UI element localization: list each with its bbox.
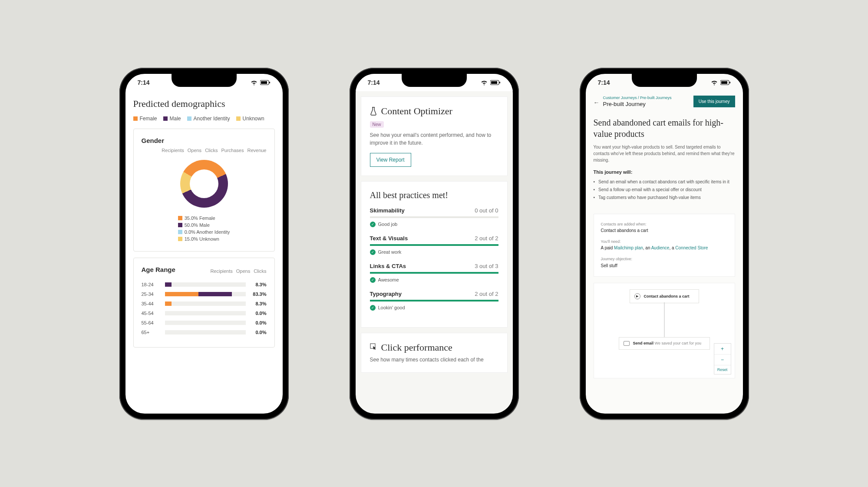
bp-score: 3 out of 3 xyxy=(475,263,498,269)
bp-bar xyxy=(370,216,498,218)
bp-bar xyxy=(370,300,498,301)
bp-name: Text & Visuals xyxy=(370,235,408,242)
age-label: 55-64 xyxy=(142,320,161,325)
age-label: 65+ xyxy=(142,330,161,335)
bp-bar xyxy=(370,272,498,274)
bp-name: Skimmability xyxy=(370,207,405,214)
tab-purchases[interactable]: Purchases xyxy=(221,148,244,153)
new-badge: New xyxy=(370,121,384,128)
age-row: 25-3483.3% xyxy=(142,292,267,297)
age-row: 35-448.3% xyxy=(142,301,267,306)
mailchimp-plan-link[interactable]: Mailchimp plan xyxy=(614,245,643,250)
bp-status: ✓Great work xyxy=(370,249,498,255)
best-practice-row: Skimmability0 out of 0✓Good job xyxy=(370,207,498,227)
svg-rect-2 xyxy=(269,82,270,83)
age-row: 45-540.0% xyxy=(142,311,267,316)
phone-demographics: 7:14 Predicted demographics Female Male … xyxy=(119,68,289,420)
battery-icon xyxy=(260,80,271,85)
click-performance-desc: See how many times contacts clicked each… xyxy=(370,356,498,364)
bp-score: 0 out of 0 xyxy=(475,207,498,214)
age-bar xyxy=(165,311,246,315)
age-value: 0.0% xyxy=(250,311,267,316)
age-bar xyxy=(165,292,246,296)
age-value: 0.0% xyxy=(250,330,267,335)
age-label: 35-44 xyxy=(142,301,161,306)
phone-journey: 7:14 ← Customer Journeys / Pre-built Jou… xyxy=(580,68,749,420)
journey-flow-canvas[interactable]: ▶ Contact abandons a cart Send email We … xyxy=(594,283,735,378)
tab-revenue[interactable]: Revenue xyxy=(247,148,266,153)
age-bar xyxy=(165,321,246,325)
connected-store-link[interactable]: Connected Store xyxy=(675,245,708,250)
legend: Female Male Another Identity Unknown xyxy=(133,116,275,122)
content-optimizer-desc: See how your email's content performed, … xyxy=(370,131,498,147)
back-arrow-icon[interactable]: ← xyxy=(594,99,600,106)
zoom-controls: + − Reset xyxy=(714,343,731,374)
click-performance-card: Click performance See how many times con… xyxy=(361,333,508,373)
zoom-out-button[interactable]: − xyxy=(714,354,731,365)
journey-info-box: Contacts are added when: Contact abandon… xyxy=(594,214,735,277)
bp-score: 2 out of 2 xyxy=(475,235,498,242)
status-time: 7:14 xyxy=(138,79,150,86)
age-title: Age Range xyxy=(142,266,175,273)
age-value: 8.3% xyxy=(250,301,267,306)
age-bar xyxy=(165,301,246,306)
audience-link[interactable]: Audience xyxy=(651,245,670,250)
gender-tabs: Recipients Opens Clicks Purchases Revenu… xyxy=(142,148,267,153)
phone-content-optimizer: 7:14 Content Optimizer New See how your … xyxy=(350,68,519,420)
zoom-in-button[interactable]: + xyxy=(714,344,731,354)
content-optimizer-card: Content Optimizer New See how your email… xyxy=(361,96,508,176)
age-tab-recipients[interactable]: Recipients xyxy=(210,268,232,274)
svg-rect-5 xyxy=(499,82,500,83)
gender-title: Gender xyxy=(142,137,267,144)
breadcrumb[interactable]: Customer Journeys / Pre-built Journeys xyxy=(603,96,672,100)
journey-list: Send an email when a contact abandons ca… xyxy=(594,178,735,202)
age-value: 8.3% xyxy=(250,282,267,287)
flow-node-email[interactable]: Send email We saved your cart for you xyxy=(619,337,710,350)
bp-name: Typography xyxy=(370,291,402,297)
age-row: 65+0.0% xyxy=(142,330,267,335)
age-bar xyxy=(165,282,246,287)
bp-status: ✓Good job xyxy=(370,222,498,227)
journey-will-label: This journey will: xyxy=(594,169,735,175)
gender-legend: 35.0% Female 50.0% Male 0.0% Another Ide… xyxy=(178,215,230,243)
best-practice-row: Typography2 out of 2✓Lookin' good xyxy=(370,291,498,311)
best-practice-row: Links & CTAs3 out of 3✓Awesome xyxy=(370,263,498,283)
zoom-reset-button[interactable]: Reset xyxy=(714,365,731,374)
svg-rect-1 xyxy=(261,81,267,84)
bp-status: ✓Awesome xyxy=(370,277,498,283)
bp-status: ✓Lookin' good xyxy=(370,305,498,311)
check-icon: ✓ xyxy=(370,222,376,227)
age-row: 18-248.3% xyxy=(142,282,267,287)
cursor-icon xyxy=(370,343,377,351)
age-bar xyxy=(165,330,246,335)
age-tab-clicks[interactable]: Clicks xyxy=(254,268,266,274)
check-icon: ✓ xyxy=(370,249,376,255)
tab-clicks[interactable]: Clicks xyxy=(205,148,218,153)
content-optimizer-title: Content Optimizer xyxy=(381,106,452,117)
battery-icon xyxy=(490,80,501,85)
flow-connector xyxy=(664,302,664,337)
gender-donut-chart xyxy=(180,160,228,208)
svg-rect-4 xyxy=(491,81,497,84)
best-practice-row: Text & Visuals2 out of 2✓Great work xyxy=(370,235,498,255)
tab-opens[interactable]: Opens xyxy=(188,148,201,153)
age-value: 83.3% xyxy=(250,292,267,297)
click-performance-title: Click performance xyxy=(381,342,452,353)
age-rows: 18-248.3%25-3483.3%35-448.3%45-540.0%55-… xyxy=(142,282,267,335)
age-label: 25-34 xyxy=(142,292,161,297)
flow-node-trigger[interactable]: ▶ Contact abandons a cart xyxy=(630,289,699,303)
svg-rect-8 xyxy=(721,81,727,84)
bp-score: 2 out of 2 xyxy=(475,291,498,297)
best-practices-title: All best practices met! xyxy=(370,190,498,200)
bp-bar xyxy=(370,244,498,246)
view-report-button[interactable]: View Report xyxy=(370,153,411,167)
battery-icon xyxy=(720,80,731,85)
tab-recipients[interactable]: Recipients xyxy=(162,148,184,153)
page-title: Predicted demographics xyxy=(133,98,275,109)
age-label: 45-54 xyxy=(142,311,161,316)
age-row: 55-640.0% xyxy=(142,320,267,325)
use-journey-button[interactable]: Use this journey xyxy=(693,96,735,107)
bp-name: Links & CTAs xyxy=(370,263,406,269)
journey-desc: You want your high-value products to sel… xyxy=(594,144,735,163)
age-tab-opens[interactable]: Opens xyxy=(236,268,250,274)
